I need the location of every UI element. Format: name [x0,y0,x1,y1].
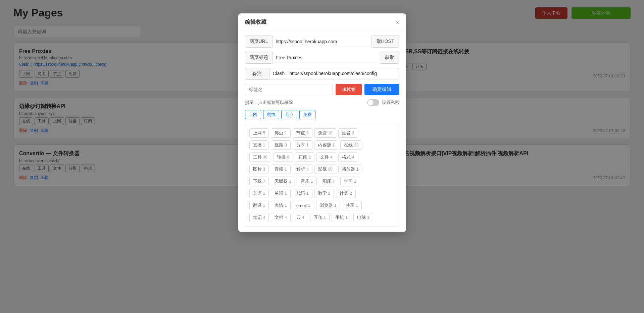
grid-tag-count: 1 [367,215,369,220]
grid-tag-item[interactable]: 表情1 [271,201,291,210]
grid-tag-item[interactable]: 视频8 [271,140,291,150]
grid-tag-item[interactable]: 单词1 [271,189,291,198]
grid-tag-item[interactable]: 互传1 [310,213,330,222]
grid-tag-count: 1 [263,203,265,208]
grid-tag-item[interactable]: 影视30 [314,165,336,174]
grid-tag-item[interactable]: 学习1 [340,177,360,186]
grid-tag-item[interactable]: 油管3 [338,128,358,138]
grid-tag-count: 1 [333,143,335,147]
grid-tag-name: 数学 [318,190,327,196]
url-label: 网页URL [245,36,272,48]
tag-grid-row: 翻译1表情1emoji1浏览器1共享1 [249,201,395,210]
grid-tag-item[interactable]: 音频1 [271,165,291,174]
selected-tag[interactable]: 免费 [299,110,315,119]
grid-tag-item[interactable]: 英语1 [249,189,269,198]
grid-tag-item[interactable]: 数学2 [314,189,334,198]
grid-tag-item[interactable]: 云4 [293,213,308,222]
grid-tag-name: 直播 [253,142,262,148]
edit-modal: 编辑收藏 × 网页URL 取HOST 网页标题 获取 备注 [238,13,406,232]
grid-tag-item[interactable]: 手机1 [332,213,351,222]
modal-body: 网页URL 取HOST 网页标题 获取 备注 加标签 确定编辑 [238,30,406,232]
selected-tag[interactable]: 上网 [245,110,261,119]
get-host-button[interactable]: 取HOST [372,36,399,48]
grid-tag-item[interactable]: 在线38 [340,140,362,150]
grid-tag-item[interactable]: 代码1 [293,189,312,198]
grid-tag-item[interactable]: 转换6 [273,152,293,162]
grid-tag-name: 工具 [253,154,262,160]
grid-tag-item[interactable]: 笔记4 [249,213,269,222]
tag-input-row: 加标签 确定编辑 [245,84,399,95]
grid-tag-count: 1 [263,191,265,196]
grid-tag-count: 1 [356,203,358,208]
grid-tag-item[interactable]: 音乐1 [297,177,317,186]
grid-tag-item[interactable]: 下载7 [249,177,269,186]
grid-tag-item[interactable]: 节点2 [293,128,312,138]
modal-title: 编辑收藏 [245,19,266,26]
grid-tag-count: 4 [302,215,304,220]
grid-tag-count: 3 [352,131,354,135]
private-toggle[interactable] [367,99,379,106]
hint-row: 提示：点击标签可以移除 设置私密 [245,99,399,106]
title-input[interactable] [272,52,380,63]
grid-tag-item[interactable]: 解析6 [293,165,312,174]
grid-tag-item[interactable]: 工具38 [249,152,271,162]
grid-tag-count: 1 [356,167,359,172]
grid-tag-name: 解析 [296,166,305,172]
grid-tag-item[interactable]: 分享1 [293,140,312,150]
grid-tag-item[interactable]: 订阅2 [295,152,315,162]
selected-tag[interactable]: 节点 [281,110,297,119]
grid-tag-count: 38 [354,143,358,147]
tag-grid: 上网5爬虫1节点2免费18油管3直播1视频8分享1内容源1在线38工具38转换6… [245,124,399,227]
grid-tag-item[interactable]: 浏览器1 [316,201,340,210]
grid-tag-item[interactable]: 文档4 [271,213,291,222]
grid-tag-item[interactable]: 电脑1 [353,213,373,222]
confirm-edit-button[interactable]: 确定编辑 [364,84,399,95]
close-button[interactable]: × [396,19,399,25]
grid-tag-item[interactable]: 格式4 [338,152,358,162]
grid-tag-count: 1 [285,167,287,172]
grid-tag-count: 1 [354,179,356,184]
modal-overlay: 编辑收藏 × 网页URL 取HOST 网页标题 获取 备注 [0,0,644,313]
grid-tag-count: 3 [263,167,265,172]
grid-tag-name: 音乐 [301,178,309,184]
grid-tag-name: 单词 [275,190,283,196]
grid-tag-item[interactable]: 内容源1 [314,140,339,150]
tag-grid-row: 英语1单词1代码1数学2计算2 [249,189,395,198]
grid-tag-name: emoji [296,203,307,208]
note-input[interactable] [269,68,399,79]
grid-tag-count: 1 [263,143,265,147]
grid-tag-name: 格式 [342,154,351,160]
grid-tag-name: 转换 [277,154,286,160]
grid-tag-item[interactable]: 计算2 [336,189,356,198]
grid-tag-item[interactable]: 爬虫1 [271,128,291,138]
grid-tag-item[interactable]: 图床7 [319,177,339,186]
grid-tag-item[interactable]: 无版权1 [271,177,295,186]
grid-tag-count: 1 [345,215,348,220]
grid-tag-count: 7 [333,179,335,184]
grid-tag-name: 翻译 [253,202,262,208]
grid-tag-item[interactable]: 文件4 [316,152,336,162]
private-label: 设置私密 [382,100,399,106]
grid-tag-item[interactable]: 图片3 [249,165,269,174]
grid-tag-count: 7 [263,179,265,184]
note-row: 备注 [245,68,399,80]
grid-tag-name: 英语 [253,190,262,196]
grid-tag-item[interactable]: 直播1 [249,140,269,150]
tag-grid-row: 笔记4文档4云4互传1手机1电脑1 [249,213,395,222]
url-row: 网页URL 取HOST [245,36,399,48]
grid-tag-item[interactable]: 共享1 [342,201,362,210]
grid-tag-item[interactable]: 上网5 [249,128,269,138]
add-tag-button[interactable]: 加标签 [336,84,362,95]
grid-tag-item[interactable]: 翻译1 [249,201,269,210]
selected-tag[interactable]: 爬虫 [263,110,279,119]
grid-tag-item[interactable]: emoji1 [293,201,314,210]
toggle-slider [367,99,379,106]
url-input[interactable] [272,36,372,47]
tag-name-input[interactable] [245,84,333,95]
grid-tag-item[interactable]: 免费18 [314,128,336,138]
grid-tag-name: 云 [296,214,301,221]
grid-tag-count: 8 [285,143,287,147]
get-title-button[interactable]: 获取 [380,52,399,64]
grid-tag-item[interactable]: 播放器1 [338,165,362,174]
grid-tag-name: 笔记 [253,214,262,221]
